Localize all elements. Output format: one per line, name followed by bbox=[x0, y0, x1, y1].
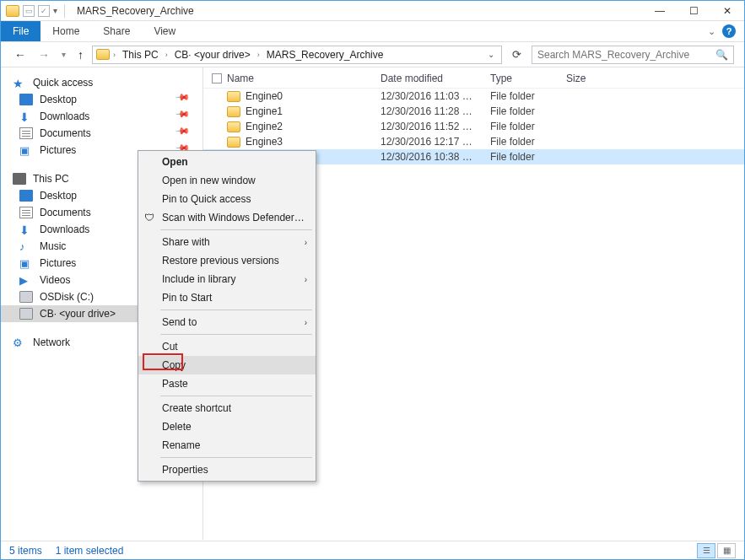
column-name[interactable]: Name bbox=[227, 73, 254, 84]
recent-dropdown-icon[interactable]: ▾ bbox=[58, 50, 69, 59]
column-type[interactable]: Type bbox=[490, 73, 566, 84]
maximize-button[interactable]: ☐ bbox=[677, 1, 710, 21]
status-bar: 5 items 1 item selected ☰ ▦ bbox=[1, 541, 744, 559]
search-icon[interactable]: 🔍 bbox=[715, 49, 728, 61]
context-menu-item[interactable]: Create shortcut bbox=[138, 399, 316, 417]
select-all-checkbox[interactable] bbox=[212, 73, 222, 83]
ribbon-expand-icon[interactable]: ⌄ bbox=[708, 26, 715, 37]
label: This PC bbox=[33, 173, 69, 185]
context-menu-label: Create shortcut bbox=[162, 402, 231, 414]
disk-icon bbox=[19, 291, 33, 303]
qat-properties-icon[interactable]: ▭ bbox=[23, 5, 35, 17]
shield-icon: 🛡 bbox=[143, 211, 156, 224]
chevron-right-icon: › bbox=[305, 275, 307, 284]
context-menu-label: Open bbox=[162, 156, 188, 168]
folder-icon bbox=[96, 49, 110, 60]
context-menu-label: Pin to Start bbox=[162, 292, 212, 304]
folder-icon bbox=[227, 106, 240, 117]
share-tab[interactable]: Share bbox=[91, 21, 142, 41]
view-tab[interactable]: View bbox=[142, 21, 187, 41]
folder-icon bbox=[227, 137, 240, 148]
file-row[interactable]: Engine012/30/2016 11:03 …File folder bbox=[203, 89, 744, 104]
file-name: Engine0 bbox=[246, 90, 283, 102]
label: Downloads bbox=[40, 110, 89, 122]
documents-icon bbox=[19, 207, 33, 218]
context-menu-item[interactable]: Restore previous versions bbox=[138, 251, 316, 270]
qat-dropdown-icon[interactable]: ▾ bbox=[53, 6, 57, 15]
context-menu-label: Scan with Windows Defender… bbox=[162, 212, 305, 223]
breadcrumb-dropdown-icon[interactable]: ⌄ bbox=[484, 50, 498, 59]
file-type: File folder bbox=[490, 136, 566, 148]
refresh-button[interactable]: ⟳ bbox=[507, 48, 526, 61]
downloads-icon: ⬇ bbox=[19, 110, 33, 122]
chevron-right-icon[interactable]: › bbox=[256, 51, 262, 59]
label: Documents bbox=[40, 207, 91, 218]
window-buttons: — ☐ ✕ bbox=[643, 1, 744, 21]
documents-icon bbox=[19, 127, 33, 139]
breadcrumb-segment[interactable]: This PC bbox=[119, 49, 162, 61]
breadcrumb[interactable]: › This PC › CB· <your drive> › MARS_Reco… bbox=[92, 46, 502, 64]
home-tab[interactable]: Home bbox=[40, 21, 91, 41]
help-icon[interactable]: ? bbox=[722, 24, 736, 38]
file-date: 12/30/2016 11:03 … bbox=[381, 90, 490, 102]
context-menu-item[interactable]: Pin to Quick access bbox=[138, 190, 316, 208]
address-bar: ← → ▾ ↑ › This PC › CB· <your drive> › M… bbox=[1, 42, 744, 67]
search-input[interactable] bbox=[537, 49, 715, 61]
qat-new-folder-icon[interactable]: ✓ bbox=[38, 5, 50, 17]
context-menu-item[interactable]: 🛡Scan with Windows Defender… bbox=[138, 208, 316, 227]
details-view-button[interactable]: ☰ bbox=[697, 543, 715, 558]
column-date[interactable]: Date modified bbox=[381, 73, 490, 84]
column-size[interactable]: Size bbox=[566, 73, 617, 84]
context-menu-item[interactable]: Copy bbox=[138, 356, 316, 374]
status-item-count: 5 items bbox=[9, 545, 42, 557]
label: CB· <your drive> bbox=[40, 308, 116, 320]
context-menu-label: Properties bbox=[162, 464, 208, 476]
file-type: File folder bbox=[490, 151, 566, 163]
context-menu-item[interactable]: Include in library› bbox=[138, 270, 316, 288]
chevron-right-icon: › bbox=[305, 318, 307, 327]
up-button[interactable]: ↑ bbox=[74, 48, 87, 62]
context-menu-item[interactable]: Open in new window bbox=[138, 171, 316, 190]
pc-icon bbox=[13, 173, 26, 185]
file-row[interactable]: Engine212/30/2016 11:52 …File folder bbox=[203, 119, 744, 134]
context-menu-item[interactable]: Pin to Start bbox=[138, 288, 316, 307]
context-menu-label: Open in new window bbox=[162, 175, 256, 186]
sidebar-item-desktop[interactable]: Desktop📌 bbox=[1, 91, 202, 108]
close-button[interactable]: ✕ bbox=[710, 1, 744, 21]
label: Desktop bbox=[40, 190, 77, 202]
context-menu-label: Include in library bbox=[162, 273, 235, 285]
breadcrumb-segment[interactable]: MARS_Recovery_Archive bbox=[263, 49, 387, 61]
sidebar-item-documents[interactable]: Documents📌 bbox=[1, 125, 202, 142]
chevron-right-icon[interactable]: › bbox=[164, 51, 170, 59]
breadcrumb-segment[interactable]: CB· <your drive> bbox=[171, 49, 254, 61]
context-menu-item[interactable]: Properties bbox=[138, 460, 316, 479]
folder-icon bbox=[6, 5, 19, 17]
search-box[interactable]: 🔍 bbox=[532, 46, 734, 64]
context-menu-item[interactable]: Share with› bbox=[138, 233, 316, 251]
icons-view-button[interactable]: ▦ bbox=[717, 543, 736, 558]
label: Documents bbox=[40, 127, 91, 139]
title-bar: ▭ ✓ ▾ MARS_Recovery_Archive — ☐ ✕ bbox=[1, 1, 744, 21]
context-menu-item[interactable]: Rename bbox=[138, 436, 316, 455]
sidebar-item-downloads[interactable]: ⬇Downloads📌 bbox=[1, 108, 202, 125]
context-menu-item[interactable]: Open bbox=[138, 153, 316, 171]
chevron-right-icon[interactable]: › bbox=[111, 51, 117, 59]
file-date: 12/30/2016 11:52 … bbox=[381, 121, 490, 132]
downloads-icon: ⬇ bbox=[19, 223, 33, 235]
context-menu-item[interactable]: Send to› bbox=[138, 313, 316, 331]
quick-access-header[interactable]: ★ Quick access bbox=[1, 74, 202, 91]
back-button[interactable]: ← bbox=[11, 48, 30, 62]
network-icon: ⚙ bbox=[13, 337, 26, 348]
context-menu-item[interactable]: Cut bbox=[138, 337, 316, 356]
context-menu-item[interactable]: Paste bbox=[138, 374, 316, 393]
quick-access-toolbar: ▭ ✓ ▾ bbox=[1, 4, 73, 18]
label: Pictures bbox=[40, 257, 76, 269]
file-row[interactable]: Engine112/30/2016 11:28 …File folder bbox=[203, 104, 744, 119]
file-row[interactable]: Engine312/30/2016 12:17 …File folder bbox=[203, 134, 744, 149]
file-tab[interactable]: File bbox=[1, 21, 40, 41]
forward-button[interactable]: → bbox=[35, 48, 53, 62]
minimize-button[interactable]: — bbox=[643, 1, 677, 21]
context-menu-label: Copy bbox=[162, 359, 186, 371]
context-menu-item[interactable]: Delete bbox=[138, 417, 316, 436]
file-type: File folder bbox=[490, 121, 566, 132]
